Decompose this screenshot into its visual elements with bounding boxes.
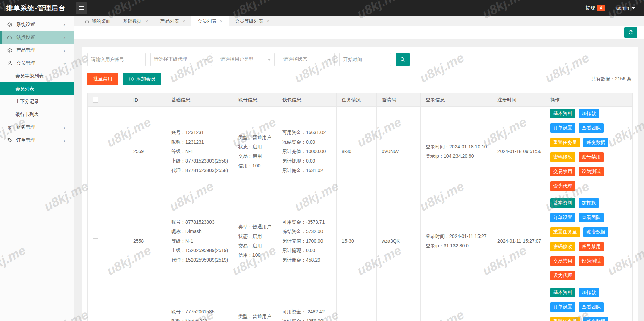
table-header-row: ID 基础信息 账号信息 钱包信息 任务情况 邀请码 登录信息 注册时间 操作 — [88, 93, 633, 107]
action-button[interactable]: 交易禁用 — [550, 256, 575, 266]
action-button[interactable]: 账号禁用 — [579, 152, 604, 162]
close-icon[interactable]: × — [220, 19, 222, 24]
wallet-frozen: 冻结资金：0.00 — [282, 137, 336, 147]
tab-label: 会员等级列表 — [235, 18, 263, 24]
user-menu[interactable]: admin — [616, 5, 635, 11]
sidebar-subitem-label: 上下分记录 — [15, 99, 39, 105]
account-type: 类型：普通用户 — [238, 312, 277, 321]
sidebar-item-member-management[interactable]: 会员管理 ‹ — [0, 57, 74, 70]
action-button[interactable]: 重置任务量 — [550, 317, 580, 321]
tab-label: 我的桌面 — [92, 18, 111, 24]
total-count: 共有数据：2156 条 — [591, 76, 633, 82]
base-upline: 上级：87781523803(2558) — [171, 156, 233, 166]
tab-bar: 我的桌面 基础数据 × 产品列表 × 会员列表 × 会员等级列表 × — [74, 16, 644, 26]
sidebar-item-order-management[interactable]: 订单管理 ‹ — [0, 134, 74, 147]
action-button[interactable]: 重置任务量 — [550, 227, 580, 237]
search-button[interactable] — [396, 53, 410, 66]
account-credit: 信用：100 — [238, 250, 277, 260]
refresh-button[interactable] — [624, 27, 637, 38]
close-icon[interactable]: × — [145, 19, 148, 24]
action-button[interactable]: 设为代理 — [550, 181, 575, 191]
action-button[interactable]: 基本资料 — [550, 198, 575, 208]
sidebar-item-member-list[interactable]: 会员列表 — [0, 82, 74, 95]
search-icon — [400, 57, 405, 62]
login-info-cell: 登录时间：2024-01-11 15:18 登录ip：2.135.64.98 — [421, 286, 492, 321]
start-time-input[interactable] — [339, 53, 391, 66]
tab-member-level-list[interactable]: 会员等级列表 × — [229, 16, 275, 26]
sidebar-item-site-settings[interactable]: 站点设置 ‹ — [0, 31, 74, 44]
user-type-select[interactable]: 请选择用户类型 — [217, 53, 275, 66]
close-icon[interactable]: × — [267, 19, 269, 24]
chevron-left-icon: ‹ — [63, 48, 65, 53]
row-checkbox[interactable] — [93, 238, 98, 244]
add-member-button[interactable]: 添加会员 — [123, 73, 161, 85]
invite-code-cell: wza3QK — [377, 196, 421, 286]
action-button[interactable]: 设为测试 — [579, 167, 604, 176]
withdraw-menu-item[interactable]: 提现 4 — [586, 5, 605, 11]
base-nickname: 昵称：Nurtas222 — [171, 316, 233, 321]
sidebar-item-product-management[interactable]: 产品管理 ‹ — [0, 44, 74, 57]
action-button[interactable]: 查看团队 — [579, 123, 604, 133]
login-time: 登录时间：2024-01-18 10:10 — [426, 142, 492, 151]
tab-my-desktop[interactable]: 我的桌面 — [79, 16, 117, 26]
action-button[interactable]: 账变数据 — [583, 138, 608, 147]
tab-member-list[interactable]: 会员列表 × — [191, 16, 228, 26]
add-member-label: 添加会员 — [136, 76, 155, 82]
close-icon[interactable]: × — [182, 19, 185, 24]
base-info-cell: 账号：87781523803 昵称：Dimash 等级：N-1 上级：15202… — [166, 196, 233, 286]
sidebar-item-points-record[interactable]: 上下分记录 — [0, 95, 74, 108]
action-button[interactable]: 加扣款 — [579, 288, 599, 297]
action-button[interactable]: 交易禁用 — [550, 167, 575, 176]
action-button[interactable]: 查看团队 — [579, 302, 604, 312]
tag-icon — [7, 138, 13, 143]
action-button[interactable]: 订单设置 — [550, 123, 575, 133]
table-row: 2558 账号：87781523803 昵称：Dimash 等级：N-1 上级：… — [88, 196, 633, 286]
member-id: 2559 — [128, 107, 166, 196]
base-agent: 代理：87781523803(2558) — [171, 166, 233, 175]
menu-toggle-button[interactable] — [76, 2, 87, 14]
action-button[interactable]: 账变数据 — [583, 227, 608, 237]
wallet-available: 可用资金：16631.02 — [282, 128, 336, 137]
chevron-left-icon: ‹ — [63, 125, 65, 130]
action-button[interactable]: 加扣款 — [579, 109, 599, 118]
sidebar-item-finance-management[interactable]: $ 财务管理 ‹ — [0, 121, 74, 134]
action-button[interactable]: 加扣款 — [579, 198, 599, 208]
dollar-icon: $ — [7, 125, 13, 130]
batch-disable-button[interactable]: 批量禁用 — [87, 73, 118, 85]
select-placeholder: 请选择状态 — [283, 56, 307, 63]
action-button[interactable]: 基本资料 — [550, 288, 575, 297]
operations-cell: 基本资料加扣款订单设置查看团队重置任务量账变数据密码修改账号禁用交易禁用设为测试… — [545, 286, 633, 321]
sidebar-item-label: 系统设置 — [16, 22, 35, 28]
action-button[interactable]: 基本资料 — [550, 109, 575, 118]
sidebar-item-label: 订单管理 — [16, 137, 35, 143]
select-all-checkbox[interactable] — [93, 97, 98, 103]
main-content: 我的桌面 基础数据 × 产品列表 × 会员列表 × 会员等级列表 × — [74, 16, 644, 321]
wallet-frozen: 冻结资金：4350.00 — [282, 316, 336, 321]
operations-cell: 基本资料加扣款订单设置查看团队重置任务量账变数据密码修改账号禁用交易禁用设为测试… — [545, 196, 633, 286]
base-agent: 代理：15202595989(2519) — [171, 255, 233, 265]
tab-basic-data[interactable]: 基础数据 × — [117, 16, 154, 26]
action-button[interactable]: 账变数据 — [583, 317, 608, 321]
row-checkbox[interactable] — [93, 149, 98, 154]
status-select[interactable]: 请选择状态 — [280, 53, 335, 66]
action-button[interactable]: 重置任务量 — [550, 138, 580, 147]
action-button[interactable]: 密码修改 — [550, 152, 575, 162]
app-title: 排单系统-管理后台 — [6, 4, 66, 13]
agent-select[interactable]: 请选择下级代理 — [150, 53, 212, 66]
wallet-info-cell: 可用资金：-2482.42 冻结资金：4350.00 累计充值：1700.00 … — [277, 286, 337, 321]
base-level: 等级：N-1 — [171, 147, 233, 156]
account-search-input[interactable] — [87, 53, 146, 66]
sidebar-item-system-settings[interactable]: 系统设置 ‹ — [0, 18, 74, 31]
action-button[interactable]: 订单设置 — [550, 302, 575, 312]
action-button[interactable]: 设为代理 — [550, 271, 575, 280]
sidebar-item-bank-card-list[interactable]: 银行卡列表 — [0, 108, 74, 121]
register-time-cell: 2024-01-18 09:51:56 — [492, 107, 545, 196]
action-button[interactable]: 查看团队 — [579, 213, 604, 222]
sidebar-item-label: 产品管理 — [16, 47, 35, 53]
action-button[interactable]: 订单设置 — [550, 213, 575, 222]
tab-product-list[interactable]: 产品列表 × — [154, 16, 191, 26]
action-button[interactable]: 账号禁用 — [579, 242, 604, 251]
action-button[interactable]: 密码修改 — [550, 242, 575, 251]
sidebar-item-member-level-list[interactable]: 会员等级列表 — [0, 70, 74, 82]
action-button[interactable]: 设为测试 — [579, 256, 604, 266]
